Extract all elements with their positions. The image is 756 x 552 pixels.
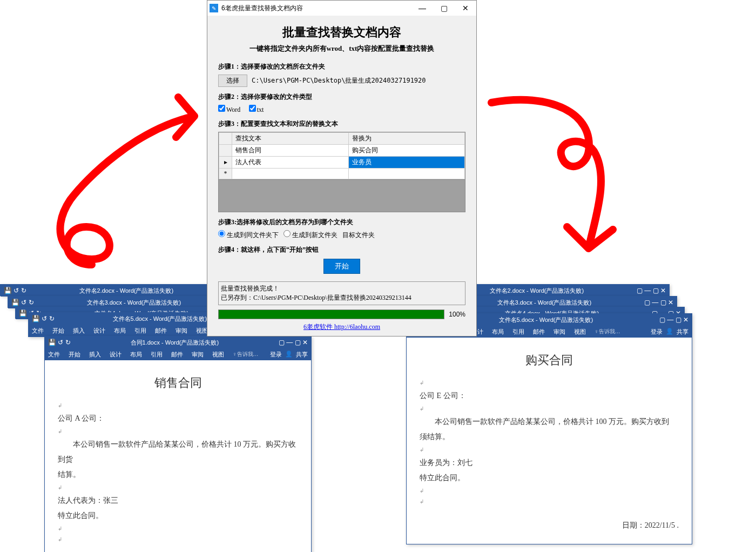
doc-title: 销售合同 (58, 371, 298, 395)
left-arrow-annotation (27, 81, 221, 281)
step1-label: 步骤1：选择要修改的文档所在文件夹 (218, 62, 465, 71)
radio-new-folder[interactable] (284, 230, 291, 237)
status-box: 批量查找替换完成！ 已另存到：C:\Users\PGM-PC\Desktop\批… (218, 281, 465, 305)
word-document-body: 销售合同 ↲ 公司 A 公司： ↲ 本公司销售一款软件产品给某某公司，价格共计 … (45, 360, 311, 552)
checkbox-txt[interactable] (249, 105, 256, 112)
minimize-button[interactable]: — (411, 1, 433, 16)
source-path: C:\Users\PGM-PC\Desktop\批量生成202403271919… (252, 76, 426, 85)
radio-same-folder[interactable] (218, 230, 225, 237)
dialog-heading: 批量查找替换文档内容 (218, 24, 465, 41)
window-controls[interactable]: ▢ — ▢ ✕ (279, 339, 308, 346)
progress-percent: 100% (449, 311, 465, 318)
word-titlebar[interactable]: 💾 ↺ ↻合同1.docx - Word(产品激活失败)▢ — ▢ ✕ (45, 336, 311, 348)
maximize-button[interactable]: ▢ (433, 1, 455, 16)
status-line1: 批量查找替换完成！ (221, 284, 463, 293)
replace-grid[interactable]: 查找文本替换为 销售合同购买合同 ▸法人代表业务员 * (218, 132, 465, 212)
quick-access-toolbar[interactable]: 💾 ↺ ↻ (48, 339, 71, 346)
row-indicator-icon: ▸ (219, 157, 232, 169)
col-replace[interactable]: 替换为 (348, 133, 465, 145)
word-title: 合同1.docx - Word(产品激活失败) (71, 339, 279, 347)
table-row: 销售合同购买合同 (219, 145, 465, 157)
table-row: ▸法人代表业务员 (219, 157, 465, 169)
close-button[interactable]: ✕ (455, 1, 476, 16)
footer-link[interactable]: 6老虎软件 http://6laohu.com (218, 322, 465, 334)
doc-title: 购买合同 (420, 348, 679, 372)
word-document-body: 购买合同 ↲ 公司 E 公司： ↲ 本公司销售一款软件产品给某某公司，价格共计 … (407, 338, 692, 544)
step4-label: 步骤4：就这样，点下面“开始”按钮 (218, 245, 465, 254)
table-row-new: * (219, 169, 465, 179)
step2-label: 步骤2：选择你要修改的文件类型 (218, 92, 465, 102)
window-title: 6老虎批量查找替换文档内容 (221, 4, 411, 13)
right-arrow-annotation (486, 81, 659, 281)
target-folder-label: 目标文件夹 (342, 231, 375, 239)
word-window-front-left[interactable]: 💾 ↺ ↻合同1.docx - Word(产品激活失败)▢ — ▢ ✕ 文件开始… (44, 336, 312, 552)
window-controls[interactable]: ▢ — ▢ ✕ (659, 316, 688, 324)
checkbox-word[interactable] (218, 105, 225, 112)
batch-replace-dialog: ✎ 6老虎批量查找替换文档内容 — ▢ ✕ 批量查找替换文档内容 一键将指定文件… (207, 0, 477, 336)
word-ribbon[interactable]: 文件开始插入设计布局引用邮件审阅视图♀告诉我…登录👤共享 (45, 348, 311, 360)
dialog-titlebar[interactable]: ✎ 6老虎批量查找替换文档内容 — ▢ ✕ (207, 1, 476, 16)
progress-bar (218, 309, 444, 319)
step3-label: 步骤3：配置要查找文本和对应的替换文本 (218, 119, 465, 129)
word-window-front-right[interactable]: 💾 ↺ ↻文件名5.docx - Word(产品激活失败)▢ — ▢ ✕ 文件开… (406, 313, 692, 544)
col-find[interactable]: 查找文本 (232, 133, 349, 145)
selected-cell[interactable]: 业务员 (348, 157, 465, 169)
start-button[interactable]: 开始 (323, 259, 360, 274)
app-icon: ✎ (210, 4, 218, 12)
status-line2: 已另存到：C:\Users\PGM-PC\Desktop\批量查找替换20240… (221, 293, 463, 302)
dialog-subheading: 一键将指定文件夹内所有wrod、txt内容按配置批量查找替换 (218, 44, 465, 53)
select-folder-button[interactable]: 选择 (218, 75, 247, 87)
step3b-label: 步骤3:选择将修改后的文档另存为到哪个文件夹 (218, 218, 465, 227)
